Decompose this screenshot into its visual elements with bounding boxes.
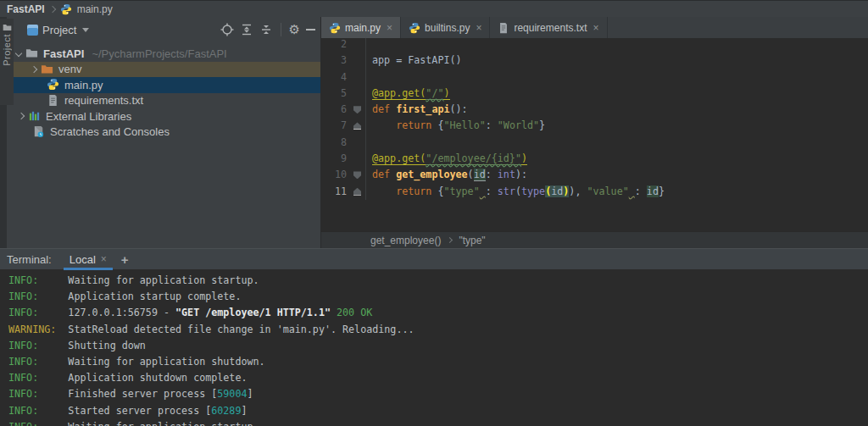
chevron-collapsed-icon[interactable]: [18, 113, 25, 119]
gutter-fold-column: [350, 167, 366, 183]
close-icon[interactable]: ×: [476, 22, 481, 34]
breadcrumb-function[interactable]: get_employee(): [370, 235, 441, 246]
gutter-fold-column: [350, 151, 366, 167]
tree-item-label: FastAPI: [43, 47, 84, 60]
terminal-line: INFO: Finished server process [59004]: [8, 386, 868, 402]
terminal-line: INFO: Waiting for application shutdown.: [8, 354, 868, 370]
fold-marker-icon[interactable]: [353, 171, 361, 179]
code-lines: 23app = FastAPI()45@app.get("/")6def fir…: [321, 38, 868, 200]
breadcrumb-key[interactable]: "type": [459, 235, 485, 246]
tree-item-label: main.py: [64, 79, 103, 91]
scratches-icon: [32, 125, 46, 139]
line-number: 9: [321, 151, 350, 167]
line-number: 2: [321, 38, 350, 53]
code-text: @app.get("/"): [366, 86, 450, 102]
folder-icon-venv: [41, 63, 54, 76]
tree-item-requirements[interactable]: requirements.txt: [6, 93, 320, 109]
python-file-icon: [47, 78, 60, 91]
code-line: 11 return {"type" : str(type(id)), "valu…: [321, 184, 868, 200]
code-text: @app.get("/employee/{id}"): [366, 151, 527, 167]
editor-breadcrumbs: get_employee() "type": [321, 231, 868, 248]
gear-icon[interactable]: ⚙: [289, 24, 300, 36]
breadcrumb-file[interactable]: main.py: [77, 3, 113, 15]
code-text: def first_api():: [366, 102, 468, 118]
close-icon[interactable]: ×: [101, 253, 107, 265]
text-file-icon: [498, 22, 509, 34]
breadcrumb-project[interactable]: FastAPI: [7, 3, 45, 15]
line-number: 6: [321, 102, 350, 118]
chevron-expanded-icon[interactable]: [15, 50, 22, 57]
chevron-right-icon: [447, 237, 453, 243]
fold-marker-icon[interactable]: [353, 122, 361, 130]
folder-icon: [3, 22, 12, 31]
python-icon: [329, 22, 341, 34]
code-text: return {"Hello": "World"}: [366, 118, 545, 134]
terminal-line: INFO: Waiting for application startup.: [8, 273, 868, 289]
code-text: [366, 38, 372, 53]
gutter-fold-column: [350, 69, 366, 86]
code-text: def get_employee(id: int):: [366, 167, 527, 183]
tab-label: builtins.py: [425, 22, 470, 34]
python-icon: [60, 3, 72, 15]
folder-icon: [25, 47, 39, 60]
tab-main-py[interactable]: main.py ×: [321, 17, 401, 38]
code-line: 8: [321, 135, 868, 151]
line-number: 11: [321, 184, 350, 200]
chevron-down-icon[interactable]: [82, 28, 89, 32]
close-icon[interactable]: ×: [593, 22, 598, 34]
tree-item-scratches[interactable]: Scratches and Consoles: [6, 124, 320, 141]
line-number: 7: [321, 118, 350, 134]
editor: main.py × builtins.py × requirements.txt…: [320, 17, 868, 248]
terminal-tab-label: Local: [70, 253, 96, 266]
terminal-header: Terminal: Local × +: [0, 248, 868, 269]
hide-panel-button[interactable]: [306, 29, 315, 30]
code-line: 3app = FastAPI(): [321, 53, 868, 69]
collapse-all-button[interactable]: [259, 23, 273, 36]
line-number: 8: [321, 135, 350, 151]
tab-label: main.py: [345, 22, 381, 34]
terminal-line: INFO: Application startup complete.: [8, 289, 868, 305]
tree-item-fastapi-root[interactable]: FastAPI ~/PycharmProjects/FastAPI: [6, 46, 320, 62]
chevron-collapsed-icon[interactable]: [31, 66, 37, 73]
project-stripe-button[interactable]: Project: [0, 19, 14, 105]
gutter-fold-column: [350, 53, 366, 69]
chevron-right-icon: [48, 5, 55, 12]
terminal-line: INFO: 127.0.0.1:56759 - "GET /employee/1…: [8, 305, 868, 321]
code-text: [366, 135, 372, 151]
breadcrumb: FastAPI main.py: [0, 0, 868, 17]
divider: [281, 23, 281, 36]
locate-file-button[interactable]: [220, 23, 234, 36]
code-line: 6def first_api():: [321, 102, 868, 118]
tree-item-venv[interactable]: venv: [6, 62, 320, 78]
terminal-tab-local[interactable]: Local ×: [64, 249, 113, 270]
code-line: 2: [321, 38, 868, 53]
terminal-label: Terminal:: [7, 253, 52, 266]
fold-marker-icon[interactable]: [353, 188, 361, 196]
gutter-fold-column: [350, 184, 366, 200]
terminal-output[interactable]: INFO: Waiting for application startup.IN…: [0, 269, 868, 426]
terminal-line: INFO: Started server process [60289]: [8, 403, 868, 419]
pycharm-window: FastAPI main.py Project Project: [0, 0, 868, 426]
terminal-line: INFO: Shutting down: [8, 338, 868, 354]
new-terminal-button[interactable]: +: [121, 252, 129, 267]
close-icon[interactable]: ×: [387, 22, 392, 34]
tree-item-path: ~/PycharmProjects/FastAPI: [92, 47, 226, 60]
tab-requirements-txt[interactable]: requirements.txt ×: [490, 17, 607, 38]
fold-marker-icon[interactable]: [353, 106, 361, 113]
stripe-label: Project: [2, 34, 12, 66]
expand-all-button[interactable]: [240, 23, 253, 36]
tree-item-main-py[interactable]: main.py: [6, 77, 320, 93]
terminal-line: INFO: Application shutdown complete.: [8, 370, 868, 386]
code-editor[interactable]: 23app = FastAPI()45@app.get("/")6def fir…: [321, 38, 868, 231]
tab-builtins-py[interactable]: builtins.py ×: [401, 17, 490, 38]
tree-item-label: External Libraries: [46, 110, 131, 123]
terminal-line: INFO: Waiting for application startup.: [8, 419, 868, 426]
gutter-fold-column: [350, 102, 366, 118]
tree-item-external-libraries[interactable]: External Libraries: [6, 108, 320, 124]
line-number: 3: [321, 53, 350, 69]
terminal-line: WARNING: StatReload detected file change…: [8, 322, 868, 338]
line-number: 10: [321, 167, 350, 183]
code-line: 9@app.get("/employee/{id}"): [321, 151, 868, 167]
panel-title[interactable]: Project: [42, 24, 76, 36]
project-tree: FastAPI ~/PycharmProjects/FastAPI venv m…: [0, 46, 320, 140]
